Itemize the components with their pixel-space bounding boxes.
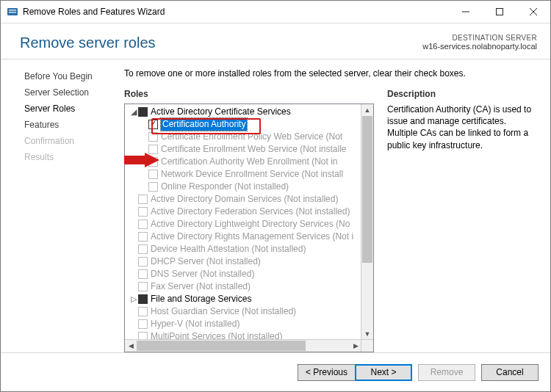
description-header: Description [387, 89, 537, 99]
role-node: DHCP Server (Not installed) [126, 255, 361, 268]
wizard-body: Before You BeginServer SelectionServer R… [1, 59, 550, 352]
role-label: Hyper-V (Not installed) [151, 318, 240, 330]
nav-step-results: Results [7, 149, 118, 165]
role-label: Active Directory Domain Services (Not in… [151, 193, 338, 206]
role-node: Active Directory Lightweight Directory S… [126, 218, 361, 231]
role-node: Device Health Attestation (Not installed… [126, 243, 361, 255]
role-node: Certificate Enrollment Web Service (Not … [126, 143, 361, 156]
role-label: Certification Authority [161, 118, 247, 131]
horizontal-scrollbar[interactable]: ◀ ▶ [125, 339, 361, 352]
role-label: Certification Authority Web Enrollment (… [161, 156, 338, 168]
roles-column: Roles ◢Active Directory Certificate Serv… [124, 89, 374, 352]
role-label: Host Guardian Service (Not installed) [151, 305, 296, 318]
role-label: DNS Server (Not installed) [151, 268, 254, 280]
role-label: File and Storage Services [151, 293, 251, 305]
role-node: Active Directory Federation Services (No… [126, 206, 361, 218]
role-checkbox [138, 307, 148, 316]
nav-step-before-you-begin[interactable]: Before You Begin [7, 68, 118, 84]
nav-step-confirmation: Confirmation [7, 133, 118, 149]
role-node: Certification Authority Web Enrollment (… [126, 156, 361, 168]
roles-treeview[interactable]: ◢Active Directory Certificate ServicesCe… [124, 104, 374, 352]
scrollbar-corner [361, 339, 373, 352]
role-label: Online Responder (Not installed) [161, 181, 289, 193]
role-checkbox[interactable] [138, 294, 148, 304]
role-checkbox [148, 157, 158, 167]
titlebar: Remove Roles and Features Wizard [1, 1, 550, 23]
description-column: Description Certification Authority (CA)… [387, 89, 537, 352]
vertical-scrollbar[interactable]: ▲ ▼ [361, 104, 373, 340]
role-checkbox [148, 132, 158, 142]
wizard-window: Remove Roles and Features Wizard Remove … [0, 0, 551, 392]
destination-server-block: DESTINATION SERVER w16-services.nolabnop… [422, 31, 537, 51]
role-node: Online Responder (Not installed) [126, 181, 361, 193]
role-label: Device Health Attestation (Not installed… [151, 243, 306, 255]
role-checkbox [138, 282, 148, 291]
role-node: Certificate Enrollment Policy Web Servic… [126, 131, 361, 143]
description-text: Certification Authority (CA) is used to … [387, 104, 537, 151]
step-nav: Before You BeginServer SelectionServer R… [1, 68, 118, 352]
role-label: Active Directory Rights Management Servi… [151, 231, 353, 243]
button-bar: < Previous Next > Remove Cancel [1, 352, 550, 391]
nav-step-features[interactable]: Features [7, 117, 118, 133]
destination-label: DESTINATION SERVER [422, 34, 537, 42]
role-checkbox [138, 319, 148, 329]
previous-button[interactable]: < Previous [298, 364, 355, 381]
role-label: Active Directory Certificate Services [151, 106, 291, 118]
role-label: Certificate Enrollment Policy Web Servic… [161, 131, 342, 143]
instruction-text: To remove one or more installed roles fr… [124, 68, 537, 79]
svg-rect-1 [9, 10, 16, 11]
role-label: Network Device Enrollment Service (Not i… [161, 168, 343, 181]
nav-step-server-selection[interactable]: Server Selection [7, 84, 118, 101]
role-node: Fax Server (Not installed) [126, 280, 361, 293]
role-checkbox [138, 219, 148, 229]
destination-server: w16-services.nolabnoparty.local [422, 42, 537, 51]
window-title: Remove Roles and Features Wizard [23, 7, 165, 17]
role-checkbox [148, 145, 158, 154]
scroll-left-button[interactable]: ◀ [125, 340, 137, 352]
expand-icon[interactable]: ▷ [129, 295, 137, 303]
role-label: Fax Server (Not installed) [151, 280, 251, 293]
role-checkbox [138, 232, 148, 242]
maximize-button[interactable] [483, 1, 516, 23]
role-checkbox [138, 195, 148, 204]
role-node: Network Device Enrollment Service (Not i… [126, 168, 361, 181]
role-node: Active Directory Domain Services (Not in… [126, 193, 361, 206]
close-button[interactable] [516, 1, 550, 23]
role-node[interactable]: ◢Active Directory Certificate Services [126, 106, 361, 118]
scroll-right-button[interactable]: ▶ [350, 340, 361, 352]
vertical-scroll-thumb[interactable] [362, 116, 372, 263]
scroll-up-button[interactable]: ▲ [361, 104, 373, 116]
role-checkbox[interactable] [148, 120, 158, 129]
remove-button[interactable]: Remove [418, 364, 475, 381]
role-node[interactable]: Certification Authority [126, 118, 361, 131]
svg-rect-2 [9, 12, 16, 13]
horizontal-scroll-thumb[interactable] [137, 341, 306, 351]
role-checkbox [138, 269, 148, 279]
collapse-icon[interactable]: ◢ [129, 108, 137, 116]
role-checkbox [148, 170, 158, 179]
role-label: Active Directory Federation Services (No… [151, 206, 350, 218]
columns: Roles ◢Active Directory Certificate Serv… [124, 89, 537, 352]
nav-button-group: < Previous Next > [298, 364, 412, 381]
role-label: DHCP Server (Not installed) [151, 255, 261, 268]
main-panel: To remove one or more installed roles fr… [118, 68, 550, 352]
role-node: Host Guardian Service (Not installed) [126, 305, 361, 318]
role-node[interactable]: ▷File and Storage Services [126, 293, 361, 305]
wizard-header: Remove server roles DESTINATION SERVER w… [1, 23, 550, 59]
minimize-button[interactable] [449, 1, 483, 23]
nav-step-server-roles[interactable]: Server Roles [7, 101, 118, 117]
role-node: Hyper-V (Not installed) [126, 318, 361, 330]
scroll-down-button[interactable]: ▼ [361, 328, 373, 340]
role-node: Active Directory Rights Management Servi… [126, 231, 361, 243]
roles-header: Roles [124, 89, 374, 99]
svg-rect-4 [497, 9, 503, 15]
role-label: Certificate Enrollment Web Service (Not … [161, 143, 347, 156]
role-label: Active Directory Lightweight Directory S… [151, 218, 350, 231]
next-button[interactable]: Next > [355, 364, 412, 381]
role-checkbox [138, 244, 148, 254]
role-checkbox[interactable] [138, 107, 148, 117]
cancel-button[interactable]: Cancel [481, 364, 539, 381]
page-title: Remove server roles [20, 31, 156, 54]
role-node: DNS Server (Not installed) [126, 268, 361, 280]
role-checkbox [138, 257, 148, 266]
